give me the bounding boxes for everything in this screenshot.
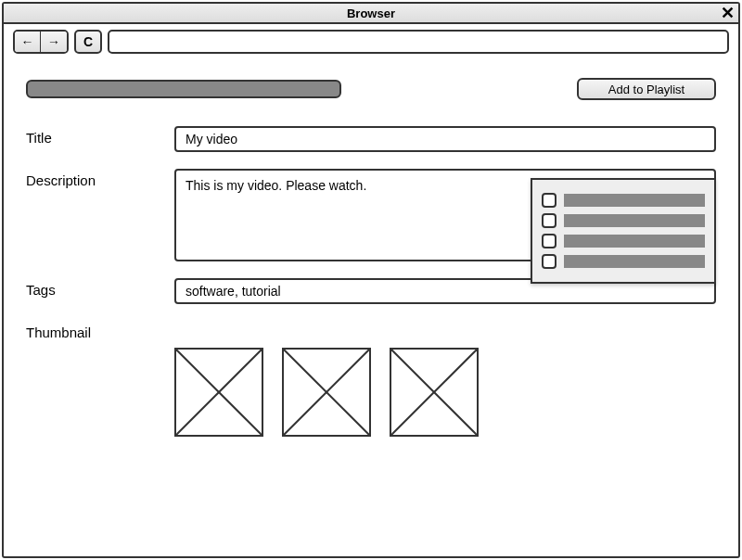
- title-input[interactable]: [174, 126, 716, 152]
- playlist-item[interactable]: [542, 193, 705, 208]
- thumbnail-label: Thumbnail: [26, 321, 174, 340]
- checkbox[interactable]: [542, 213, 556, 228]
- reload-button[interactable]: C: [74, 30, 102, 54]
- title-row: Title: [26, 126, 716, 152]
- back-button[interactable]: ←: [15, 32, 41, 52]
- playlist-item-label: [564, 255, 705, 268]
- close-icon[interactable]: ✕: [721, 4, 735, 22]
- arrow-left-icon: ←: [21, 34, 34, 49]
- checkbox[interactable]: [542, 234, 556, 248]
- playlist-item[interactable]: [542, 234, 705, 248]
- playlist-item-label: [564, 214, 705, 227]
- titlebar: Browser ✕: [4, 4, 738, 24]
- title-label: Title: [26, 126, 174, 152]
- add-to-playlist-button[interactable]: Add to Playlist: [577, 78, 716, 100]
- checkbox[interactable]: [542, 193, 556, 208]
- playlist-item[interactable]: [542, 213, 705, 228]
- placeholder-x-icon: [391, 350, 477, 435]
- placeholder-x-icon: [284, 350, 369, 435]
- forward-button[interactable]: →: [41, 32, 67, 52]
- arrow-right-icon: →: [47, 34, 60, 49]
- nav-group: ← →: [13, 30, 69, 54]
- page-content: Add to Playlist Title Description Tags T…: [4, 59, 738, 455]
- window-title: Browser: [347, 6, 395, 20]
- thumbnail-options: [26, 348, 716, 437]
- playlist-item[interactable]: [542, 254, 705, 269]
- reload-icon: C: [83, 34, 93, 49]
- playlist-item-label: [564, 235, 705, 248]
- thumbnail-option[interactable]: [174, 348, 263, 437]
- description-label: Description: [26, 169, 174, 261]
- url-input[interactable]: [108, 30, 729, 54]
- thumbnail-option[interactable]: [282, 348, 371, 437]
- checkbox[interactable]: [542, 254, 556, 269]
- placeholder-x-icon: [176, 350, 262, 435]
- tags-label: Tags: [26, 278, 174, 304]
- heading-placeholder: [26, 80, 341, 98]
- browser-window: Browser ✕ ← → C Add to Playlist Title De…: [2, 2, 740, 558]
- thumbnail-row: Thumbnail: [26, 321, 716, 340]
- thumbnail-option[interactable]: [390, 348, 479, 437]
- top-row: Add to Playlist: [26, 78, 716, 100]
- playlist-item-label: [564, 194, 705, 207]
- playlist-popup: [531, 178, 716, 284]
- browser-toolbar: ← → C: [4, 24, 738, 59]
